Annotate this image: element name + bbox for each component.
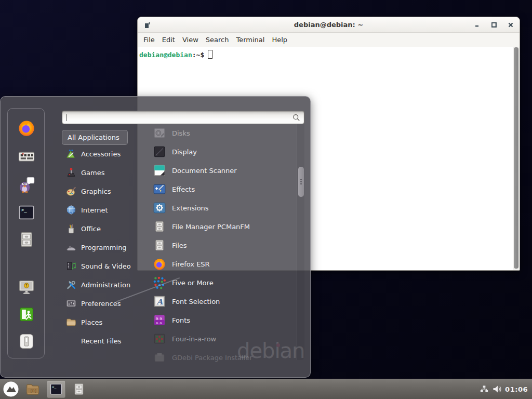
svg-text:>_: >_ [21,207,27,212]
app-fonts[interactable]: a aa a Fonts [149,311,296,329]
accessories-icon [65,148,77,159]
effects-icon [153,182,166,196]
category-internet[interactable]: Internet [62,201,148,219]
app-effects[interactable]: Effects [149,180,296,198]
keyboard-settings-icon [17,147,36,166]
app-five-or-more[interactable]: Five or More [149,273,296,292]
app-extensions[interactable]: Extensions [149,198,296,217]
favorite-lock-screen[interactable]: ? [17,278,36,297]
favorite-firefox[interactable] [17,118,36,137]
app-gdebi-package-installer[interactable]: GDebi Package Installer [149,348,296,367]
app-disks[interactable]: Disks [149,124,296,142]
category-programming[interactable]: Programming [62,238,148,257]
display-icon [153,145,166,158]
prompt-suffix: :~$ [192,51,204,59]
office-icon [65,223,77,234]
four-in-a-row-icon [153,332,166,345]
favorite-pidgin[interactable] [17,175,36,194]
app-firefox-esr[interactable]: Firefox ESR [149,255,296,273]
menu-edit[interactable]: Edit [162,36,175,44]
window-title: debian@debian: ~ [138,21,520,29]
favorite-shutdown[interactable] [17,332,36,351]
svg-text:>_: >_ [52,385,57,389]
file-cabinet-icon [17,230,36,249]
search-box[interactable] [62,111,304,124]
volume-icon[interactable] [492,384,502,394]
favorite-keyboard-settings[interactable] [17,147,36,166]
file-cabinet-icon [153,238,166,252]
shutdown-icon [17,332,36,351]
menu-terminal[interactable]: Terminal [236,36,264,44]
extensions-icon [153,201,166,215]
lock-screen-icon: ? [17,278,36,297]
graphics-icon [65,185,77,197]
app-file-manager-pcmanfm[interactable]: File Manager PCManFM [149,217,296,236]
terminal-scrollbar[interactable] [513,47,520,270]
app-display[interactable]: Display [149,142,296,161]
qterminal-icon: >_ [17,203,36,222]
app-four-in-a-row[interactable]: Four-in-a-row [149,329,296,348]
menu-file[interactable]: File [143,36,155,44]
app-font-selection[interactable]: A Font Selection [149,292,296,311]
category-administration[interactable]: Administration [62,275,148,294]
terminal-titlebar[interactable]: debian@debian: ~ [138,17,520,33]
firefox-icon [153,257,166,271]
prompt-user-host: debian@debian [139,51,192,59]
app-files[interactable]: Files [149,236,296,255]
search-input[interactable] [66,112,289,123]
svg-text:?: ? [25,284,28,288]
start-menu-button[interactable] [3,381,19,397]
network-icon[interactable] [480,384,489,394]
programming-icon [65,242,77,253]
file-cabinet-icon [153,220,166,233]
font-selection-icon: A [153,295,166,308]
svg-text:A: A [156,297,164,307]
maximize-button[interactable] [491,22,497,28]
category-office[interactable]: Office [62,219,148,238]
logout-icon [17,305,36,324]
svg-text:[D]: [D] [30,389,37,393]
games-icon [65,167,77,178]
category-sound-video[interactable]: Sound & Video [62,257,148,275]
clock[interactable]: 01:06 [505,385,528,393]
category-accessories[interactable]: Accessories [62,144,148,163]
taskbar-file-cabinet-launcher[interactable] [70,380,88,398]
menu-search[interactable]: Search [206,36,229,44]
document-scanner-icon [153,164,166,177]
spacer [65,335,77,347]
taskbar-terminal-button[interactable]: >_ [47,380,65,398]
folder-icon: [D] [25,381,41,397]
search-icon [292,114,300,122]
desktop: debian debian@debian: ~ File Edit View S… [0,0,532,399]
window-controls [474,17,513,33]
file-cabinet-icon [72,382,86,396]
system-tray: 01:06 [480,384,532,394]
category-list: Accessories Games Graphics Internet Offi… [62,144,148,350]
firefox-icon [17,118,36,137]
favorite-logout[interactable] [17,305,36,324]
svg-text:a a: a a [156,320,162,325]
category-label: All Applications [68,134,119,141]
pidgin-icon [17,175,36,194]
taskbar-file-manager-launcher[interactable]: [D] [24,380,42,398]
administration-icon [65,279,77,290]
app-list-scrollbar[interactable] [297,124,304,360]
close-button[interactable] [508,22,513,28]
category-graphics[interactable]: Graphics [62,182,148,201]
places-folder-icon [65,316,77,328]
minimize-button[interactable] [474,22,480,28]
favorite-file-manager[interactable] [17,230,36,249]
category-places[interactable]: Places [62,313,148,331]
app-list-scrollbar-thumb[interactable] [298,167,304,197]
terminal-cursor [208,50,212,59]
menu-view[interactable]: View [182,36,198,44]
category-recent-files[interactable]: Recent Files [62,331,148,350]
category-all-applications[interactable]: All Applications [62,130,128,145]
taskbar: [D] >_ [0,379,532,399]
category-preferences[interactable]: Preferences [62,294,148,313]
terminal-scrollbar-thumb[interactable] [514,47,518,269]
favorite-terminal[interactable]: >_ [17,203,36,222]
menu-help[interactable]: Help [272,36,287,44]
category-games[interactable]: Games [62,163,148,182]
app-document-scanner[interactable]: Document Scanner [149,161,296,180]
